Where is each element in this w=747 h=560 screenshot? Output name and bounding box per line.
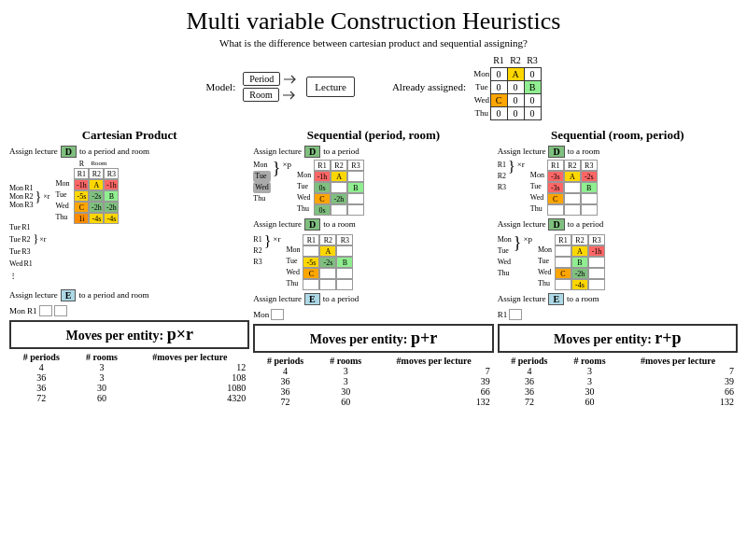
table-row: Mon 0 A 0 bbox=[473, 67, 541, 80]
e-badge-1: E bbox=[61, 289, 77, 301]
e-badge-3: E bbox=[548, 293, 564, 305]
table-row: Wed C 0 0 bbox=[473, 93, 541, 106]
col-r3: R3 bbox=[524, 54, 541, 67]
col-r2: R2 bbox=[507, 54, 524, 67]
seq-rp-assign3: Assign lecture E to a room bbox=[498, 293, 738, 305]
d-badge-3: D bbox=[304, 218, 320, 231]
model-label: Model: bbox=[205, 81, 235, 92]
assigned-table: R1 R2 R3 Mon 0 A 0 Tue 0 0 bbox=[473, 54, 542, 120]
already-section: Already assigned: R1 R2 R3 Mon 0 A 0 bbox=[392, 54, 542, 120]
stat-row: 7260132 bbox=[498, 397, 738, 407]
moves-label-3: Moves per entity: bbox=[554, 332, 655, 346]
col-r1: R1 bbox=[490, 54, 507, 67]
cartesian-stats: # periods # rooms #moves per lecture 431… bbox=[9, 352, 249, 403]
stat-row: 437 bbox=[498, 366, 738, 376]
room-box: Room bbox=[243, 88, 278, 102]
cartesian-section: Cartesian Product Assign lecture D to a … bbox=[9, 128, 249, 553]
seq-pr-assign1: Assign lecture D to a period bbox=[253, 146, 493, 158]
table-row: Tue 0 0 B bbox=[473, 80, 541, 93]
table-row: Thu 0 0 0 bbox=[473, 106, 541, 119]
stat-row: 437 bbox=[253, 366, 493, 376]
d-badge-4: D bbox=[548, 146, 564, 158]
seq-pr-moves-box: Moves per entity: p+r bbox=[253, 324, 493, 353]
arrow-icon2 bbox=[283, 91, 298, 100]
cartesian-moves-box: Moves per entity: p×r bbox=[9, 320, 249, 349]
stat-row: 72604320 bbox=[9, 393, 249, 403]
page: Multi variable Construction Heuristics W… bbox=[0, 0, 747, 560]
stat-row: 363066 bbox=[253, 386, 493, 397]
seq-pr-assign3: Assign lecture E to a period bbox=[253, 293, 493, 305]
d-badge-5: D bbox=[548, 218, 564, 231]
model-section: Model: Period Room Lecture bbox=[205, 72, 354, 102]
stat-h1: # periods bbox=[9, 352, 73, 362]
stat-row: 7260132 bbox=[253, 397, 493, 407]
stat-h3: #moves per lecture bbox=[130, 352, 249, 362]
stat-h1b: # periods bbox=[253, 356, 317, 366]
stat-row: 36339 bbox=[498, 376, 738, 386]
lecture-box: Lecture bbox=[306, 77, 355, 97]
stat-h3b: #moves per lecture bbox=[374, 356, 494, 366]
stat-h2c: # rooms bbox=[561, 356, 618, 366]
seq-pr-title: Sequential (period, room) bbox=[253, 128, 493, 143]
seq-rp-assign2: Assign lecture D to a period bbox=[498, 218, 738, 231]
stat-row: 363108 bbox=[9, 372, 249, 383]
seq-pr-stats: # periods # rooms #moves per lecture 437… bbox=[253, 356, 493, 407]
model-row: Model: Period Room Lecture Already assig… bbox=[9, 54, 738, 120]
stat-h1c: # periods bbox=[498, 356, 561, 366]
d-badge-2: D bbox=[304, 146, 320, 158]
stat-h3c: #moves per lecture bbox=[618, 356, 738, 366]
period-box: Period bbox=[243, 72, 280, 86]
cartesian-title: Cartesian Product bbox=[9, 128, 249, 143]
stat-h2b: # rooms bbox=[317, 356, 374, 366]
stat-row: 36301080 bbox=[9, 383, 249, 393]
cartesian-assign2: Assign lecture E to a period and room bbox=[9, 289, 249, 301]
sequential-room-period-section: Sequential (room, period) Assign lecture… bbox=[498, 128, 738, 553]
d-badge: D bbox=[61, 146, 77, 158]
arrow-icon bbox=[284, 75, 299, 84]
page-title: Multi variable Construction Heuristics bbox=[9, 7, 738, 35]
seq-rp-assign1: Assign lecture D to a room bbox=[498, 146, 738, 158]
moves-label-2: Moves per entity: bbox=[310, 332, 411, 346]
three-columns: Cartesian Product Assign lecture D to a … bbox=[9, 128, 738, 553]
seq-rp-title: Sequential (room, period) bbox=[498, 128, 738, 143]
sequential-period-room-section: Sequential (period, room) Assign lecture… bbox=[253, 128, 493, 553]
moves-formula-3: r+p bbox=[655, 329, 681, 347]
e-badge-2: E bbox=[304, 293, 320, 305]
stat-h2: # rooms bbox=[73, 352, 130, 362]
stat-row: 363066 bbox=[498, 386, 738, 397]
seq-pr-assign2: Assign lecture D to a room bbox=[253, 218, 493, 231]
stat-row: 36339 bbox=[253, 376, 493, 386]
subtitle: What is the difference between cartesian… bbox=[9, 37, 738, 49]
stat-row: 4312 bbox=[9, 362, 249, 372]
moves-formula-2: p+r bbox=[411, 329, 437, 347]
moves-label-1: Moves per entity: bbox=[65, 329, 166, 343]
cartesian-assign1: Assign lecture D to a period and room bbox=[9, 146, 249, 158]
moves-formula-1: p×r bbox=[167, 325, 193, 343]
already-label: Already assigned: bbox=[392, 81, 466, 92]
seq-rp-moves-box: Moves per entity: r+p bbox=[498, 324, 738, 353]
seq-rp-stats: # periods # rooms #moves per lecture 437… bbox=[498, 356, 738, 407]
